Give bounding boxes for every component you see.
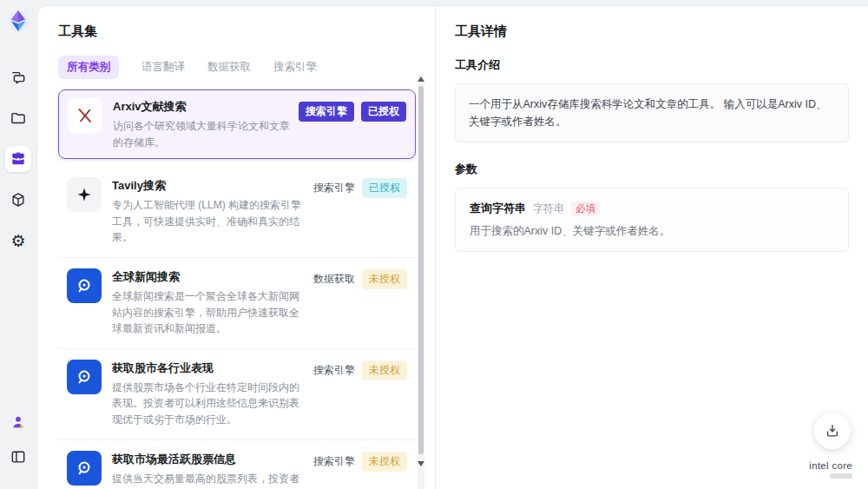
tab-language-translation[interactable]: 语言翻译 [141, 60, 185, 75]
tab-data-fetch[interactable]: 数据获取 [207, 60, 251, 75]
param-description: 用于搜索的Arxiv ID、关键字或作者姓名。 [470, 224, 834, 239]
tool-name: 获取股市各行业表现 [112, 360, 306, 376]
list-scrollbar[interactable] [418, 74, 424, 489]
auth-status-badge: 未授权 [362, 269, 407, 289]
sidebar-item-files[interactable] [5, 105, 31, 131]
tool-description: 全球新闻搜索是一个聚合全球各大新闻网站内容的搜索引擎，帮助用户快速获取全球最新资… [112, 288, 306, 337]
parameter-card: 查询字符串 字符串 必填 用于搜索的Arxiv ID、关键字或作者姓名。 [455, 188, 849, 252]
tool-intro-text: 一个用于从Arxiv存储库搜索科学论文和文章的工具。 输入可以是Arxiv ID… [455, 83, 849, 142]
params-heading: 参数 [455, 162, 849, 177]
tool-name: 全球新闻搜索 [112, 269, 306, 285]
category-tag: 数据获取 [313, 272, 355, 287]
app-logo [4, 7, 32, 35]
tool-name: 获取市场最活跃股票信息 [112, 452, 306, 467]
auth-status-badge: 已授权 [362, 178, 407, 198]
category-tag: 搜索引擎 [313, 181, 355, 195]
sidebar-item-profile[interactable] [5, 409, 31, 435]
main-panel: 工具集 所有类别 语言翻译 数据获取 搜索引擎 Arxiv文献搜索 访问各个研究… [36, 5, 868, 489]
intro-heading: 工具介绍 [455, 57, 849, 73]
toolset-list-panel: 工具集 所有类别 语言翻译 数据获取 搜索引擎 Arxiv文献搜索 访问各个研究… [37, 6, 435, 489]
news-search-icon [67, 268, 102, 303]
tool-name: Tavily搜索 [112, 178, 306, 194]
auth-status-badge: 未授权 [362, 360, 407, 380]
news-search-icon [67, 360, 102, 394]
news-search-icon [67, 451, 102, 486]
scroll-up-arrow-icon[interactable] [418, 76, 424, 82]
auth-status-badge: 未授权 [362, 452, 407, 472]
category-tag: 搜索引擎 [313, 363, 355, 378]
intel-core-logo: intel core [809, 460, 852, 479]
category-tag: 搜索引擎 [313, 454, 355, 469]
panel-toggle-icon [10, 448, 27, 466]
download-button[interactable] [814, 413, 851, 449]
package-icon [10, 191, 27, 208]
tab-search-engine[interactable]: 搜索引擎 [273, 60, 317, 75]
category-tabs: 所有类别 语言翻译 数据获取 搜索引擎 [58, 56, 435, 79]
folder-icon [10, 109, 27, 127]
sidebar-collapse-toggle[interactable] [5, 444, 31, 470]
param-type: 字符串 [533, 202, 564, 216]
tool-card-list: Arxiv文献搜索 访问各个研究领域大量科学论文和文章的存储库。 搜索引擎 已授… [58, 89, 416, 489]
tool-card-arxiv[interactable]: Arxiv文献搜索 访问各个研究领域大量科学论文和文章的存储库。 搜索引擎 已授… [58, 89, 416, 159]
gem-logo-icon [4, 7, 32, 35]
tool-name: Arxiv文献搜索 [113, 99, 292, 115]
sidebar-item-chat[interactable] [5, 64, 31, 90]
sparkle-icon [67, 177, 102, 212]
sidebar-item-toolset[interactable] [5, 146, 31, 172]
scrollbar-thumb[interactable] [418, 86, 424, 454]
tool-description: 提供当天交易量最高的股票列表，投资者可以利用这些信息来识别流动性强的股票和潜在的… [112, 471, 306, 489]
ultra-bar [830, 473, 852, 479]
tab-all-categories[interactable]: 所有类别 [58, 56, 119, 79]
toolbox-icon [10, 150, 27, 168]
user-avatar-icon [10, 413, 27, 431]
gear-icon: ⚙ [10, 233, 25, 249]
tool-description: 专为人工智能代理 (LLM) 构建的搜索引擎工具，可快速提供实时、准确和真实的结… [112, 197, 306, 246]
scroll-down-arrow-icon[interactable] [418, 461, 424, 466]
param-name: 查询字符串 [470, 201, 526, 216]
tool-description: 提供股票市场各个行业在特定时间段内的表现。投资者可以利用这些信息来识别表现优于或… [112, 380, 306, 428]
intel-core-wordmark: intel core [809, 460, 852, 471]
tool-card-sector-performance[interactable]: 获取股市各行业表现 提供股票市场各个行业在特定时间段内的表现。投资者可以利用这些… [58, 349, 416, 440]
tool-card-active-stocks[interactable]: 获取市场最活跃股票信息 提供当天交易量最高的股票列表，投资者可以利用这些信息来识… [58, 440, 416, 489]
tool-description: 访问各个研究领域大量科学论文和文章的存储库。 [113, 118, 292, 150]
auth-status-badge: 已授权 [361, 102, 406, 122]
tool-card-tavily[interactable]: Tavily搜索 专为人工智能代理 (LLM) 构建的搜索引擎工具，可快速提供实… [58, 167, 416, 258]
tool-card-global-news[interactable]: 全球新闻搜索 全球新闻搜索是一个聚合全球各大新闻网站内容的搜索引擎，帮助用户快速… [58, 258, 416, 349]
details-title: 工具详情 [455, 23, 849, 40]
category-badge: 搜索引擎 [299, 102, 354, 122]
param-required-badge: 必填 [571, 202, 600, 216]
sidebar-item-packages[interactable] [5, 187, 31, 213]
left-sidebar: ⚙ [0, 0, 36, 489]
chat-icon [10, 69, 27, 86]
page-title: 工具集 [58, 23, 435, 40]
arxiv-logo-icon [68, 98, 102, 133]
sidebar-item-settings[interactable]: ⚙ [5, 228, 31, 254]
download-icon [824, 422, 841, 439]
tool-details-panel: 工具详情 工具介绍 一个用于从Arxiv存储库搜索科学论文和文章的工具。 输入可… [436, 6, 868, 489]
